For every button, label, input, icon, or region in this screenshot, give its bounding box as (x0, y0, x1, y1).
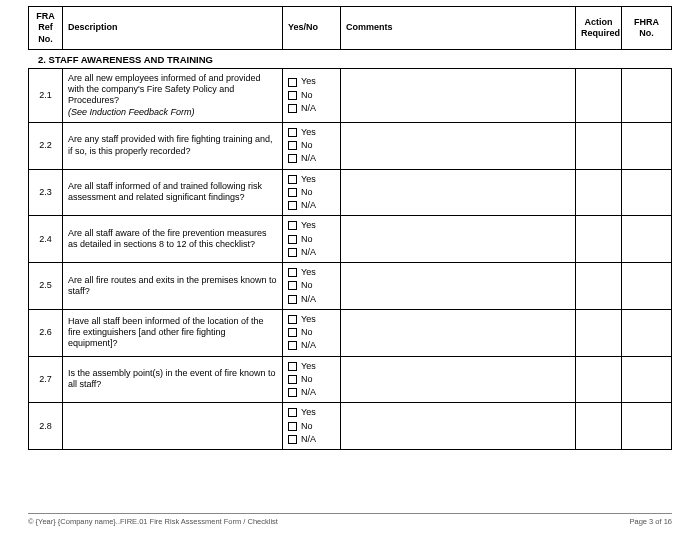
row-comments[interactable] (341, 263, 576, 310)
checkbox-no[interactable] (288, 188, 297, 197)
row-fhra[interactable] (622, 122, 672, 169)
checkbox-na[interactable] (288, 201, 297, 210)
row-fhra[interactable] (622, 216, 672, 263)
table-row: 2.8YesNoN/A (29, 403, 672, 450)
checkbox-no[interactable] (288, 235, 297, 244)
header-description: Description (63, 7, 283, 50)
checkbox-na[interactable] (288, 104, 297, 113)
table-row: 2.3Are all staff informed of and trained… (29, 169, 672, 216)
checkbox-yes[interactable] (288, 268, 297, 277)
checkbox-label: Yes (301, 76, 316, 87)
row-fhra[interactable] (622, 403, 672, 450)
row-fhra[interactable] (622, 263, 672, 310)
table-row: 2.6Have all staff been informed of the l… (29, 309, 672, 356)
row-comments[interactable] (341, 403, 576, 450)
checkbox-label: No (301, 421, 313, 432)
checkbox-label: N/A (301, 387, 316, 398)
row-comments[interactable] (341, 216, 576, 263)
checkbox-no[interactable] (288, 141, 297, 150)
row-yesno: YesNoN/A (283, 403, 341, 450)
row-action[interactable] (576, 263, 622, 310)
checkbox-yes[interactable] (288, 221, 297, 230)
row-comments[interactable] (341, 356, 576, 403)
row-ref: 2.6 (29, 309, 63, 356)
row-action[interactable] (576, 122, 622, 169)
row-description: Are all staff informed of and trained fo… (63, 169, 283, 216)
checkbox-label: Yes (301, 127, 316, 138)
page-footer: © {Year} {Company name}..FIRE.01 Fire Ri… (28, 513, 672, 526)
row-ref: 2.8 (29, 403, 63, 450)
checkbox-label: No (301, 90, 313, 101)
checkbox-label: No (301, 140, 313, 151)
header-yesno: Yes/No (283, 7, 341, 50)
header-fhra: FHRA No. (622, 7, 672, 50)
row-action[interactable] (576, 68, 622, 122)
checkbox-label: N/A (301, 434, 316, 445)
checkbox-label: N/A (301, 103, 316, 114)
checkbox-label: N/A (301, 294, 316, 305)
checkbox-no[interactable] (288, 91, 297, 100)
row-action[interactable] (576, 216, 622, 263)
checkbox-label: Yes (301, 361, 316, 372)
checkbox-na[interactable] (288, 341, 297, 350)
row-comments[interactable] (341, 169, 576, 216)
checkbox-label: N/A (301, 200, 316, 211)
row-fhra[interactable] (622, 169, 672, 216)
row-description: Are all fire routes and exits in the pre… (63, 263, 283, 310)
checkbox-label: No (301, 234, 313, 245)
row-ref: 2.4 (29, 216, 63, 263)
row-action[interactable] (576, 356, 622, 403)
checkbox-yes[interactable] (288, 78, 297, 87)
row-yesno: YesNoN/A (283, 216, 341, 263)
checkbox-label: No (301, 280, 313, 291)
checkbox-yes[interactable] (288, 362, 297, 371)
row-description: Are all new employees informed of and pr… (63, 68, 283, 122)
row-yesno: YesNoN/A (283, 356, 341, 403)
row-ref: 2.2 (29, 122, 63, 169)
checkbox-na[interactable] (288, 295, 297, 304)
row-yesno: YesNoN/A (283, 169, 341, 216)
row-comments[interactable] (341, 309, 576, 356)
checkbox-label: N/A (301, 153, 316, 164)
checkbox-na[interactable] (288, 388, 297, 397)
row-action[interactable] (576, 169, 622, 216)
row-fhra[interactable] (622, 309, 672, 356)
checkbox-label: No (301, 374, 313, 385)
row-ref: 2.5 (29, 263, 63, 310)
row-comments[interactable] (341, 68, 576, 122)
checkbox-label: Yes (301, 314, 316, 325)
row-comments[interactable] (341, 122, 576, 169)
row-description: Are all staff aware of the fire preventi… (63, 216, 283, 263)
checkbox-label: Yes (301, 174, 316, 185)
checkbox-no[interactable] (288, 375, 297, 384)
table-row: 2.7Is the assembly point(s) in the event… (29, 356, 672, 403)
checkbox-label: N/A (301, 247, 316, 258)
table-row: 2.5Are all fire routes and exits in the … (29, 263, 672, 310)
row-description (63, 403, 283, 450)
header-ref: FRA Ref No. (29, 7, 63, 50)
header-comments: Comments (341, 7, 576, 50)
row-description: Are any staff provided with fire fightin… (63, 122, 283, 169)
checkbox-label: Yes (301, 407, 316, 418)
row-yesno: YesNoN/A (283, 263, 341, 310)
footer-right: Page 3 of 16 (629, 517, 672, 526)
checkbox-yes[interactable] (288, 408, 297, 417)
checkbox-label: Yes (301, 220, 316, 231)
row-fhra[interactable] (622, 68, 672, 122)
row-yesno: YesNoN/A (283, 309, 341, 356)
checkbox-no[interactable] (288, 422, 297, 431)
table-row: 2.1Are all new employees informed of and… (29, 68, 672, 122)
row-action[interactable] (576, 403, 622, 450)
row-description: Is the assembly point(s) in the event of… (63, 356, 283, 403)
checkbox-na[interactable] (288, 248, 297, 257)
checkbox-no[interactable] (288, 281, 297, 290)
row-action[interactable] (576, 309, 622, 356)
checkbox-yes[interactable] (288, 128, 297, 137)
checkbox-na[interactable] (288, 435, 297, 444)
checkbox-yes[interactable] (288, 315, 297, 324)
row-fhra[interactable] (622, 356, 672, 403)
checkbox-na[interactable] (288, 154, 297, 163)
checkbox-yes[interactable] (288, 175, 297, 184)
checkbox-no[interactable] (288, 328, 297, 337)
row-yesno: YesNoN/A (283, 68, 341, 122)
